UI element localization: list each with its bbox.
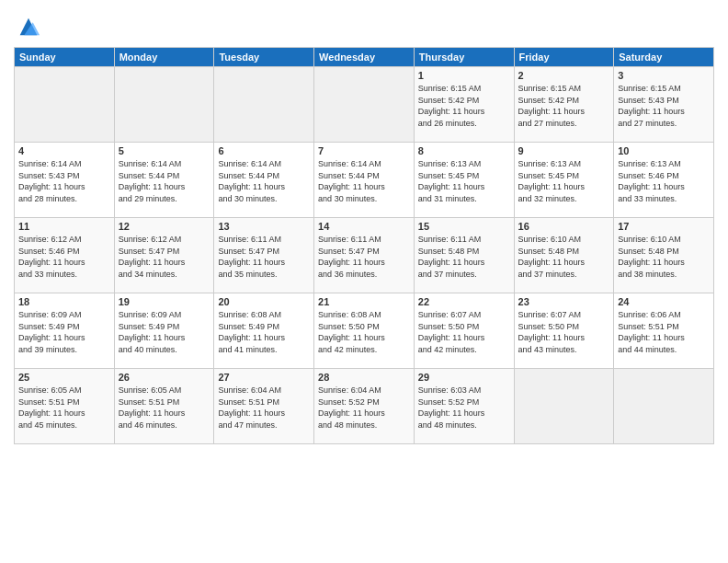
day-cell: 23Sunrise: 6:07 AM Sunset: 5:50 PM Dayli… bbox=[514, 293, 614, 369]
day-number: 14 bbox=[318, 221, 410, 232]
day-info: Sunrise: 6:14 AM Sunset: 5:44 PM Dayligh… bbox=[318, 158, 410, 204]
day-cell bbox=[314, 67, 415, 143]
day-number: 20 bbox=[218, 296, 310, 307]
day-number: 8 bbox=[418, 145, 510, 156]
day-number: 10 bbox=[618, 145, 710, 156]
day-info: Sunrise: 6:15 AM Sunset: 5:42 PM Dayligh… bbox=[418, 83, 510, 129]
logo bbox=[14, 14, 41, 40]
day-number: 22 bbox=[418, 296, 510, 307]
day-info: Sunrise: 6:13 AM Sunset: 5:45 PM Dayligh… bbox=[518, 158, 610, 204]
day-number: 21 bbox=[318, 296, 410, 307]
header-cell-thursday: Thursday bbox=[414, 48, 514, 67]
day-cell: 29Sunrise: 6:03 AM Sunset: 5:52 PM Dayli… bbox=[414, 369, 514, 444]
header-cell-wednesday: Wednesday bbox=[314, 48, 415, 67]
day-info: Sunrise: 6:13 AM Sunset: 5:45 PM Dayligh… bbox=[418, 158, 510, 204]
header-cell-sunday: Sunday bbox=[15, 48, 115, 67]
day-info: Sunrise: 6:15 AM Sunset: 5:42 PM Dayligh… bbox=[518, 83, 610, 129]
day-info: Sunrise: 6:10 AM Sunset: 5:48 PM Dayligh… bbox=[518, 234, 610, 280]
header-cell-tuesday: Tuesday bbox=[214, 48, 314, 67]
day-cell bbox=[514, 369, 614, 444]
day-info: Sunrise: 6:07 AM Sunset: 5:50 PM Dayligh… bbox=[418, 309, 510, 355]
day-cell: 21Sunrise: 6:08 AM Sunset: 5:50 PM Dayli… bbox=[314, 293, 415, 369]
day-cell: 7Sunrise: 6:14 AM Sunset: 5:44 PM Daylig… bbox=[314, 143, 415, 218]
day-info: Sunrise: 6:11 AM Sunset: 5:48 PM Dayligh… bbox=[418, 234, 510, 280]
day-info: Sunrise: 6:08 AM Sunset: 5:49 PM Dayligh… bbox=[218, 309, 310, 355]
day-info: Sunrise: 6:08 AM Sunset: 5:50 PM Dayligh… bbox=[318, 309, 410, 355]
week-row-0: 1Sunrise: 6:15 AM Sunset: 5:42 PM Daylig… bbox=[15, 67, 714, 143]
day-number: 26 bbox=[119, 372, 210, 383]
day-number: 9 bbox=[518, 145, 610, 156]
day-info: Sunrise: 6:04 AM Sunset: 5:52 PM Dayligh… bbox=[318, 385, 410, 431]
day-number: 5 bbox=[119, 145, 210, 156]
week-row-4: 25Sunrise: 6:05 AM Sunset: 5:51 PM Dayli… bbox=[15, 369, 714, 444]
calendar-table: SundayMondayTuesdayWednesdayThursdayFrid… bbox=[14, 47, 714, 444]
day-number: 25 bbox=[18, 372, 110, 383]
day-info: Sunrise: 6:11 AM Sunset: 5:47 PM Dayligh… bbox=[218, 234, 310, 280]
day-number: 15 bbox=[418, 221, 510, 232]
day-cell: 26Sunrise: 6:05 AM Sunset: 5:51 PM Dayli… bbox=[114, 369, 214, 444]
day-info: Sunrise: 6:10 AM Sunset: 5:48 PM Dayligh… bbox=[618, 234, 710, 280]
day-cell: 11Sunrise: 6:12 AM Sunset: 5:46 PM Dayli… bbox=[15, 218, 115, 293]
day-cell: 2Sunrise: 6:15 AM Sunset: 5:42 PM Daylig… bbox=[514, 67, 614, 143]
day-number: 2 bbox=[518, 70, 610, 81]
day-cell bbox=[214, 67, 314, 143]
day-info: Sunrise: 6:14 AM Sunset: 5:44 PM Dayligh… bbox=[119, 158, 210, 204]
day-number: 18 bbox=[18, 296, 110, 307]
day-info: Sunrise: 6:03 AM Sunset: 5:52 PM Dayligh… bbox=[418, 385, 510, 431]
day-number: 6 bbox=[218, 145, 310, 156]
day-number: 19 bbox=[119, 296, 210, 307]
day-cell: 4Sunrise: 6:14 AM Sunset: 5:43 PM Daylig… bbox=[15, 143, 115, 218]
day-number: 27 bbox=[218, 372, 310, 383]
day-number: 17 bbox=[618, 221, 710, 232]
page-container: SundayMondayTuesdayWednesdayThursdayFrid… bbox=[0, 0, 728, 454]
day-info: Sunrise: 6:14 AM Sunset: 5:43 PM Dayligh… bbox=[18, 158, 110, 204]
day-cell: 25Sunrise: 6:05 AM Sunset: 5:51 PM Dayli… bbox=[15, 369, 115, 444]
day-number: 11 bbox=[18, 221, 110, 232]
header-cell-monday: Monday bbox=[114, 48, 214, 67]
day-cell: 15Sunrise: 6:11 AM Sunset: 5:48 PM Dayli… bbox=[414, 218, 514, 293]
day-cell: 3Sunrise: 6:15 AM Sunset: 5:43 PM Daylig… bbox=[614, 67, 714, 143]
day-cell: 12Sunrise: 6:12 AM Sunset: 5:47 PM Dayli… bbox=[114, 218, 214, 293]
day-number: 7 bbox=[318, 145, 410, 156]
day-cell: 8Sunrise: 6:13 AM Sunset: 5:45 PM Daylig… bbox=[414, 143, 514, 218]
day-number: 23 bbox=[518, 296, 610, 307]
day-number: 29 bbox=[418, 372, 510, 383]
day-info: Sunrise: 6:14 AM Sunset: 5:44 PM Dayligh… bbox=[218, 158, 310, 204]
week-row-1: 4Sunrise: 6:14 AM Sunset: 5:43 PM Daylig… bbox=[15, 143, 714, 218]
day-cell: 13Sunrise: 6:11 AM Sunset: 5:47 PM Dayli… bbox=[214, 218, 314, 293]
day-cell: 22Sunrise: 6:07 AM Sunset: 5:50 PM Dayli… bbox=[414, 293, 514, 369]
day-cell: 28Sunrise: 6:04 AM Sunset: 5:52 PM Dayli… bbox=[314, 369, 415, 444]
day-cell: 27Sunrise: 6:04 AM Sunset: 5:51 PM Dayli… bbox=[214, 369, 314, 444]
day-info: Sunrise: 6:12 AM Sunset: 5:47 PM Dayligh… bbox=[119, 234, 210, 280]
day-number: 3 bbox=[618, 70, 710, 81]
day-info: Sunrise: 6:09 AM Sunset: 5:49 PM Dayligh… bbox=[18, 309, 110, 355]
header-row: SundayMondayTuesdayWednesdayThursdayFrid… bbox=[15, 48, 714, 67]
day-info: Sunrise: 6:15 AM Sunset: 5:43 PM Dayligh… bbox=[618, 83, 710, 129]
day-info: Sunrise: 6:07 AM Sunset: 5:50 PM Dayligh… bbox=[518, 309, 610, 355]
day-info: Sunrise: 6:12 AM Sunset: 5:46 PM Dayligh… bbox=[18, 234, 110, 280]
day-info: Sunrise: 6:04 AM Sunset: 5:51 PM Dayligh… bbox=[218, 385, 310, 431]
header-cell-friday: Friday bbox=[514, 48, 614, 67]
day-cell: 10Sunrise: 6:13 AM Sunset: 5:46 PM Dayli… bbox=[614, 143, 714, 218]
day-info: Sunrise: 6:11 AM Sunset: 5:47 PM Dayligh… bbox=[318, 234, 410, 280]
day-info: Sunrise: 6:09 AM Sunset: 5:49 PM Dayligh… bbox=[119, 309, 210, 355]
day-cell: 20Sunrise: 6:08 AM Sunset: 5:49 PM Dayli… bbox=[214, 293, 314, 369]
day-cell bbox=[614, 369, 714, 444]
day-cell bbox=[114, 67, 214, 143]
day-number: 28 bbox=[318, 372, 410, 383]
day-info: Sunrise: 6:13 AM Sunset: 5:46 PM Dayligh… bbox=[618, 158, 710, 204]
day-cell: 19Sunrise: 6:09 AM Sunset: 5:49 PM Dayli… bbox=[114, 293, 214, 369]
day-cell: 5Sunrise: 6:14 AM Sunset: 5:44 PM Daylig… bbox=[114, 143, 214, 218]
day-number: 4 bbox=[18, 145, 110, 156]
day-cell: 16Sunrise: 6:10 AM Sunset: 5:48 PM Dayli… bbox=[514, 218, 614, 293]
day-number: 12 bbox=[119, 221, 210, 232]
header-cell-saturday: Saturday bbox=[614, 48, 714, 67]
day-info: Sunrise: 6:05 AM Sunset: 5:51 PM Dayligh… bbox=[119, 385, 210, 431]
day-cell: 18Sunrise: 6:09 AM Sunset: 5:49 PM Dayli… bbox=[15, 293, 115, 369]
day-number: 24 bbox=[618, 296, 710, 307]
day-cell: 14Sunrise: 6:11 AM Sunset: 5:47 PM Dayli… bbox=[314, 218, 415, 293]
day-info: Sunrise: 6:06 AM Sunset: 5:51 PM Dayligh… bbox=[618, 309, 710, 355]
day-cell bbox=[15, 67, 115, 143]
day-cell: 24Sunrise: 6:06 AM Sunset: 5:51 PM Dayli… bbox=[614, 293, 714, 369]
day-cell: 6Sunrise: 6:14 AM Sunset: 5:44 PM Daylig… bbox=[214, 143, 314, 218]
